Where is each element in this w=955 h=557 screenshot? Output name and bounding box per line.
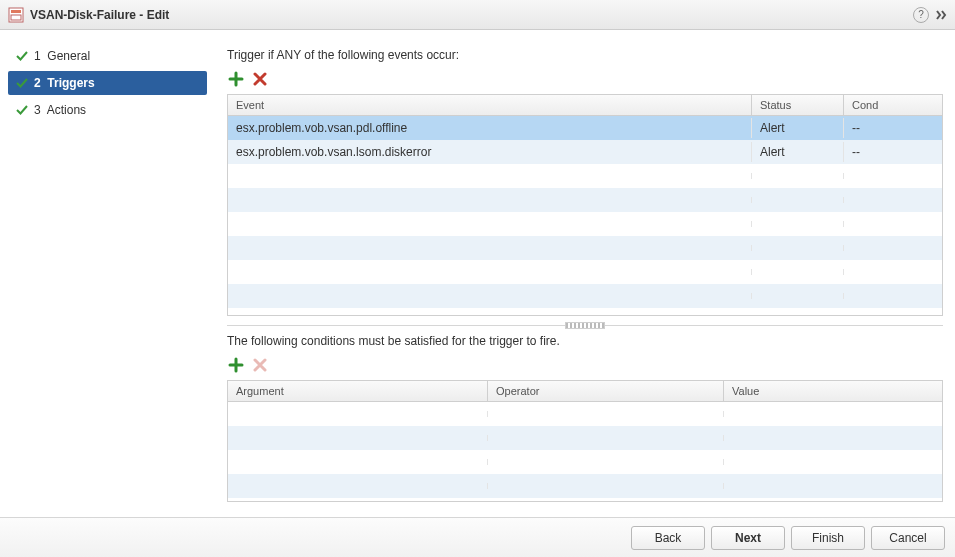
back-button[interactable]: Back (631, 526, 705, 550)
add-condition-button[interactable] (227, 356, 245, 374)
wizard-step-triggers[interactable]: 2 Triggers (8, 71, 207, 95)
add-event-button[interactable] (227, 70, 245, 88)
svg-rect-1 (11, 10, 21, 13)
window-app-icon (8, 7, 24, 23)
table-row[interactable] (228, 188, 942, 212)
col-argument[interactable]: Argument (228, 381, 488, 401)
conditions-grid-header: Argument Operator Value (228, 381, 942, 402)
help-icon[interactable]: ? (913, 7, 929, 23)
remove-event-button[interactable] (251, 70, 269, 88)
cancel-button[interactable]: Cancel (871, 526, 945, 550)
table-row[interactable] (228, 212, 942, 236)
titlebar: VSAN-Disk-Failure - Edit ? (0, 0, 955, 30)
check-icon (14, 48, 30, 64)
collapse-icon[interactable] (935, 9, 947, 21)
conditions-section-label: The following conditions must be satisfi… (227, 334, 943, 348)
check-icon (14, 102, 30, 118)
conditions-toolbar (227, 356, 943, 374)
next-button[interactable]: Next (711, 526, 785, 550)
table-row[interactable] (228, 402, 942, 426)
wizard-sidebar: 1 General 2 Triggers 3 Actions (0, 30, 215, 517)
window-title: VSAN-Disk-Failure - Edit (30, 8, 913, 22)
wizard-step-general[interactable]: 1 General (8, 44, 207, 68)
table-row[interactable] (228, 164, 942, 188)
splitter-handle[interactable] (227, 318, 943, 332)
table-row[interactable] (228, 450, 942, 474)
events-grid-body: esx.problem.vob.vsan.pdl.offline Alert -… (228, 116, 942, 315)
table-row[interactable] (228, 284, 942, 308)
col-value[interactable]: Value (724, 381, 942, 401)
events-toolbar (227, 70, 943, 88)
col-status[interactable]: Status (752, 95, 844, 115)
col-cond[interactable]: Cond (844, 95, 942, 115)
table-row[interactable] (228, 260, 942, 284)
conditions-grid-body (228, 402, 942, 501)
wizard-step-actions[interactable]: 3 Actions (8, 98, 207, 122)
table-row[interactable] (228, 474, 942, 498)
events-section-label: Trigger if ANY of the following events o… (227, 48, 943, 62)
wizard-footer: Back Next Finish Cancel (0, 517, 955, 557)
col-operator[interactable]: Operator (488, 381, 724, 401)
table-row[interactable]: esx.problem.vob.vsan.pdl.offline Alert -… (228, 116, 942, 140)
table-row[interactable]: esx.problem.vob.vsan.lsom.diskerror Aler… (228, 140, 942, 164)
events-grid-header: Event Status Cond (228, 95, 942, 116)
col-event[interactable]: Event (228, 95, 752, 115)
remove-condition-button (251, 356, 269, 374)
finish-button[interactable]: Finish (791, 526, 865, 550)
table-row[interactable] (228, 426, 942, 450)
table-row[interactable] (228, 236, 942, 260)
main-panel: Trigger if ANY of the following events o… (215, 30, 955, 517)
conditions-grid: Argument Operator Value (227, 380, 943, 502)
check-icon (14, 75, 30, 91)
events-grid: Event Status Cond esx.problem.vob.vsan.p… (227, 94, 943, 316)
